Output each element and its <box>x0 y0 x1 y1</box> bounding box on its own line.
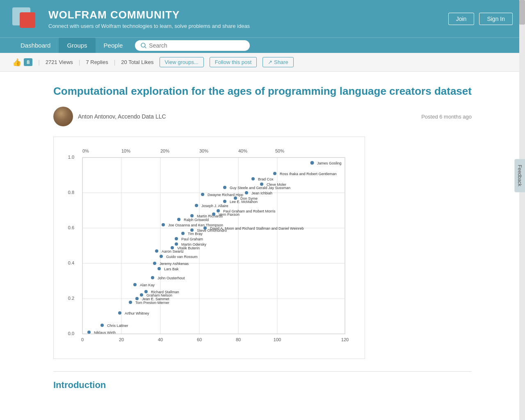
svg-point-64 <box>181 232 185 235</box>
feedback-label: Feedback <box>517 165 523 187</box>
chart-container: 0% 10% 20% 30% 40% 50% 1.0 0.8 <box>53 137 365 359</box>
header-text: WOLFRAM COMMUNITY Connect with users of … <box>48 9 250 29</box>
svg-text:100: 100 <box>274 337 281 342</box>
follow-post-button[interactable]: Follow this post <box>210 57 257 67</box>
search-input[interactable] <box>149 42 244 49</box>
svg-text:0.0: 0.0 <box>68 331 74 336</box>
svg-text:Ralph Griswold: Ralph Griswold <box>184 218 209 222</box>
svg-text:Richard Stallman: Richard Stallman <box>151 290 179 294</box>
join-button[interactable]: Join <box>448 13 475 25</box>
svg-point-98 <box>273 172 276 175</box>
svg-text:80: 80 <box>236 337 241 342</box>
svg-text:Don Syme: Don Syme <box>240 196 258 201</box>
section-divider <box>53 371 472 372</box>
replies-stat: 7 Replies <box>86 59 108 65</box>
svg-text:0: 0 <box>81 337 84 342</box>
nav-bar: Dashboard Groups People <box>0 37 525 53</box>
svg-point-36 <box>100 324 104 327</box>
search-icon <box>141 43 146 48</box>
header-buttons: Join Sign In <box>448 13 513 25</box>
avatar <box>53 107 73 126</box>
svg-point-56 <box>160 255 163 258</box>
svg-text:Guido van Rossum: Guido van Rossum <box>166 255 198 259</box>
svg-text:30%: 30% <box>199 148 208 153</box>
svg-text:Joseph J. Allaire: Joseph J. Allaire <box>201 204 228 208</box>
svg-point-42 <box>135 297 139 300</box>
header-left: WOLFRAM COMMUNITY Connect with users of … <box>12 7 250 30</box>
nav-people[interactable]: People <box>96 38 131 53</box>
share-button[interactable]: ↗ Share <box>262 57 293 67</box>
svg-point-88 <box>201 193 204 196</box>
author-name: Anton Antonov, Accendo Data LLC <box>78 113 166 120</box>
svg-text:60: 60 <box>197 337 202 342</box>
svg-point-62 <box>175 242 178 246</box>
introduction-heading: Introduction <box>53 380 472 390</box>
svg-text:Dwayne Richard Hipp: Dwayne Richard Hipp <box>208 193 243 197</box>
svg-point-94 <box>260 183 263 186</box>
svg-point-84 <box>223 200 226 203</box>
author-info: Anton Antonov, Accendo Data LLC <box>53 107 166 126</box>
svg-text:Joe Ossanna and Ken Thompson: Joe Ossanna and Ken Thompson <box>168 223 223 227</box>
svg-text:Jean Ichbiah: Jean Ichbiah <box>251 191 272 195</box>
svg-text:0%: 0% <box>82 148 89 153</box>
svg-line-1 <box>145 47 146 48</box>
site-title: WOLFRAM COMMUNITY <box>48 9 250 21</box>
svg-text:0.4: 0.4 <box>68 260 74 265</box>
svg-point-50 <box>151 276 154 279</box>
svg-point-96 <box>251 177 255 180</box>
thumbs-up-icon[interactable]: 👍 <box>12 58 21 67</box>
svg-text:1.0: 1.0 <box>68 155 74 160</box>
scrollbar-track[interactable] <box>519 0 525 420</box>
svg-text:0.6: 0.6 <box>68 225 74 230</box>
svg-text:120: 120 <box>341 337 349 342</box>
post-title: Computational exploration for the ages o… <box>53 84 472 98</box>
svg-text:Lars Bak: Lars Bak <box>164 267 179 271</box>
nav-groups[interactable]: Groups <box>59 38 95 53</box>
svg-point-58 <box>155 249 158 253</box>
svg-text:20%: 20% <box>160 148 169 153</box>
signin-button[interactable]: Sign In <box>479 13 513 25</box>
svg-point-54 <box>153 262 156 265</box>
feedback-tab[interactable]: Feedback <box>515 159 525 192</box>
svg-point-100 <box>310 161 314 165</box>
svg-text:James Gosling: James Gosling <box>317 161 342 165</box>
svg-text:20: 20 <box>119 337 124 342</box>
svg-text:40%: 40% <box>238 148 247 153</box>
nav-dashboard[interactable]: Dashboard <box>12 38 59 53</box>
like-count: 8 <box>24 58 32 66</box>
like-section: 👍 8 <box>12 58 32 67</box>
svg-point-82 <box>195 204 198 207</box>
svg-text:Martin Odersky: Martin Odersky <box>181 242 207 247</box>
svg-text:Paul Graham and Robert Morris: Paul Graham and Robert Morris <box>223 209 276 213</box>
svg-text:Brad Cox: Brad Cox <box>258 177 274 181</box>
sep2: | <box>79 59 80 66</box>
svg-point-40 <box>129 301 132 304</box>
post-date: Posted 6 months ago <box>421 114 472 120</box>
scrollbar-thumb[interactable] <box>519 0 525 25</box>
svg-point-66 <box>190 228 194 232</box>
svg-point-60 <box>171 246 174 249</box>
total-likes-stat: 20 Total Likes <box>121 59 153 65</box>
svg-text:Tom Preston-Werner: Tom Preston-Werner <box>135 301 169 305</box>
svg-text:Alan Kay: Alan Kay <box>140 283 155 287</box>
svg-point-34 <box>87 331 91 334</box>
site-subtitle: Connect with users of Wolfram technologi… <box>48 23 250 29</box>
main-content: Computational exploration for the ages o… <box>0 72 525 407</box>
svg-text:40: 40 <box>158 337 163 342</box>
svg-point-80 <box>217 209 220 212</box>
view-groups-button[interactable]: View groups... <box>160 57 204 67</box>
svg-text:John Ousterhout: John Ousterhout <box>158 276 185 280</box>
svg-text:David A. Moon and Richard Stal: David A. Moon and Richard Stallman and D… <box>210 226 304 231</box>
svg-point-72 <box>162 223 165 226</box>
svg-point-90 <box>245 191 248 194</box>
views-stat: 2721 Views <box>46 59 73 65</box>
svg-point-92 <box>223 186 226 189</box>
svg-text:Vitalik Buterin: Vitalik Buterin <box>177 246 200 250</box>
search-box[interactable] <box>135 40 250 51</box>
sep3: | <box>114 59 116 66</box>
scatter-chart: 0% 10% 20% 30% 40% 50% 1.0 0.8 <box>58 145 361 354</box>
svg-text:10%: 10% <box>121 148 130 153</box>
svg-point-76 <box>190 214 194 217</box>
svg-point-48 <box>133 283 137 286</box>
wolfram-logo <box>12 7 41 30</box>
